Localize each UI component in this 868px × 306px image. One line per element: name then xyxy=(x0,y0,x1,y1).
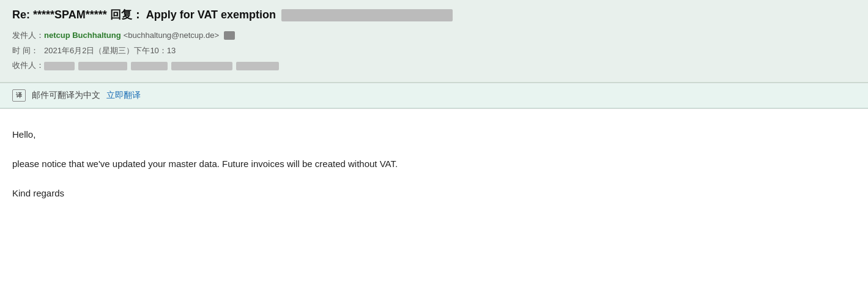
closing: Kind regards xyxy=(12,186,856,201)
subject-text: Re: *****SPAM***** 回复： Apply for VAT exe… xyxy=(12,7,856,22)
translation-bar: 译 邮件可翻译为中文 立即翻译 xyxy=(0,83,868,108)
body-paragraph: please notice that we've updated your ma… xyxy=(12,157,856,171)
subject-blurred xyxy=(281,9,453,21)
recipient-blur-5 xyxy=(236,62,279,70)
translate-icon-text: 译 xyxy=(16,91,22,100)
email-meta: 发件人： netcup Buchhaltung <buchhaltung@net… xyxy=(12,28,856,73)
translate-link[interactable]: 立即翻译 xyxy=(106,90,141,101)
card-icon xyxy=(224,31,235,40)
recipient-blurred xyxy=(44,62,279,70)
email-header: Re: *****SPAM***** 回复： Apply for VAT exe… xyxy=(0,0,868,83)
to-label: 收件人： xyxy=(12,58,44,73)
recipient-blur-4 xyxy=(171,62,232,70)
to-row: 收件人： xyxy=(12,58,856,73)
from-row: 发件人： netcup Buchhaltung <buchhaltung@net… xyxy=(12,28,856,43)
sender-name: netcup Buchhaltung xyxy=(44,28,121,43)
time-label: 时 间： xyxy=(12,43,44,59)
email-body: Hello, please notice that we've updated … xyxy=(0,109,868,228)
translation-text: 邮件可翻译为中文 xyxy=(32,90,100,101)
sender-email: <buchhaltung@netcup.de> xyxy=(124,28,219,43)
recipient-blur-2 xyxy=(78,62,127,70)
translate-icon: 译 xyxy=(12,89,26,102)
time-row: 时 间： 2021年6月2日（星期三）下午10：13 xyxy=(12,43,856,59)
from-label: 发件人： xyxy=(12,28,44,43)
greeting: Hello, xyxy=(12,127,856,142)
time-value: 2021年6月2日（星期三）下午10：13 xyxy=(44,43,176,59)
subject-prefix: Re: *****SPAM***** 回复： Apply for VAT exe… xyxy=(12,9,276,21)
email-subject: Re: *****SPAM***** 回复： Apply for VAT exe… xyxy=(12,7,856,22)
recipient-blur-1 xyxy=(44,62,75,70)
email-container: Re: *****SPAM***** 回复： Apply for VAT exe… xyxy=(0,0,868,306)
recipient-blur-3 xyxy=(131,62,168,70)
